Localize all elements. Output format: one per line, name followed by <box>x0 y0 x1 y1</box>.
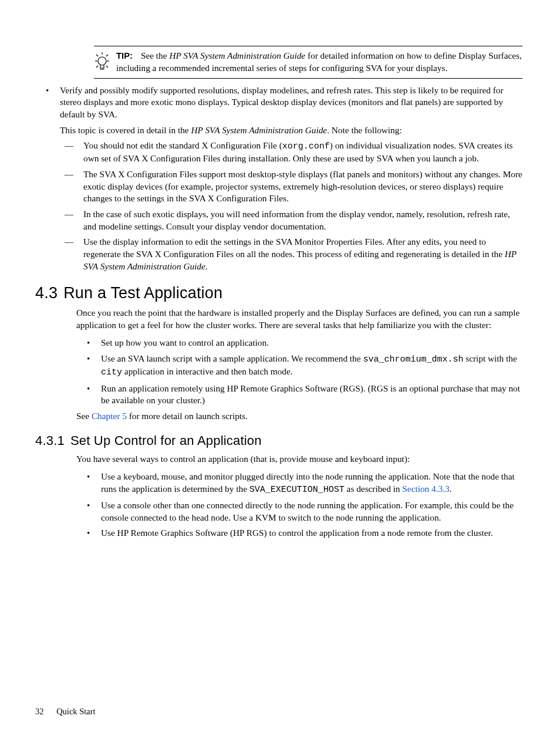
list-item: Use a console other than one connected d… <box>76 499 522 524</box>
paragraph: Once you reach the point that the hardwa… <box>76 307 522 331</box>
section-title: Set Up Control for an Application <box>70 433 262 448</box>
bullet-paragraph: Verify and possibly modify supported res… <box>60 85 504 119</box>
list-item: The SVA X Configuration Files support mo… <box>60 168 525 205</box>
bullet-list: Set up how you want to control an applic… <box>76 337 522 406</box>
svg-point-0 <box>98 57 106 65</box>
section-number: 4.3.1 <box>35 433 65 448</box>
list-item: Use a keyboard, mouse, and monitor plugg… <box>76 471 522 496</box>
tip-callout: TIP:See the HP SVA System Administration… <box>94 46 522 79</box>
bullet-list-continuation: Verify and possibly modify supported res… <box>35 85 525 273</box>
svg-line-7 <box>96 66 98 67</box>
list-item: Set up how you want to control an applic… <box>76 337 522 349</box>
paragraph: You have several ways to control an appl… <box>76 453 522 465</box>
inline-code: xorg.conf <box>282 141 330 151</box>
tip-text: TIP:See the HP SVA System Administration… <box>116 50 522 75</box>
page: TIP:See the HP SVA System Administration… <box>0 0 560 746</box>
section-number: 4.3 <box>35 284 58 302</box>
list-item: Use HP Remote Graphics Software (HP RGS)… <box>76 527 522 539</box>
paragraph: See Chapter 5 for more detail on launch … <box>76 410 522 423</box>
doc-title: HP SVA System Administration Guide <box>191 125 327 135</box>
section-heading-4-3: 4.3Run a Test Application <box>35 284 525 302</box>
tip-body-before: See the <box>141 50 169 60</box>
list-item: Use an SVA launch script with a sample a… <box>76 353 522 379</box>
link-chapter-5[interactable]: Chapter 5 <box>92 411 127 421</box>
svg-line-4 <box>106 55 108 56</box>
tip-label: TIP: <box>116 51 133 60</box>
inline-code: sva_chromium_dmx.sh <box>363 355 463 364</box>
list-item: Verify and possibly modify supported res… <box>35 85 525 273</box>
svg-line-8 <box>106 66 108 67</box>
section-4-3-body: Once you reach the point that the hardwa… <box>76 307 522 422</box>
list-item: Use the display information to edit the … <box>60 236 525 272</box>
inline-code: city <box>101 367 122 377</box>
tip-doc-title: HP SVA System Administration Guide <box>169 50 305 60</box>
inline-code: SVA_EXECUTION_HOST <box>249 485 345 495</box>
bullet-list: Use a keyboard, mouse, and monitor plugg… <box>76 471 522 539</box>
list-item: Run an application remotely using HP Rem… <box>76 383 522 407</box>
lightbulb-icon <box>94 51 110 73</box>
section-4-3-1-body: You have several ways to control an appl… <box>76 453 522 539</box>
link-section-4-3-3[interactable]: Section 4.3.3 <box>402 484 449 494</box>
dash-list: You should not edit the standard X Confi… <box>60 140 525 272</box>
list-item: You should not edit the standard X Confi… <box>60 140 525 165</box>
section-title: Run a Test Application <box>63 284 222 302</box>
page-number: 32 <box>35 707 44 716</box>
list-item: In the case of such exotic displays, you… <box>60 208 525 232</box>
page-footer: 32 Quick Start <box>35 707 106 717</box>
footer-title: Quick Start <box>56 707 95 716</box>
bullet-paragraph: This topic is covered in detail in the H… <box>60 124 525 137</box>
section-heading-4-3-1: 4.3.1Set Up Control for an Application <box>35 433 525 448</box>
svg-line-3 <box>96 55 98 56</box>
